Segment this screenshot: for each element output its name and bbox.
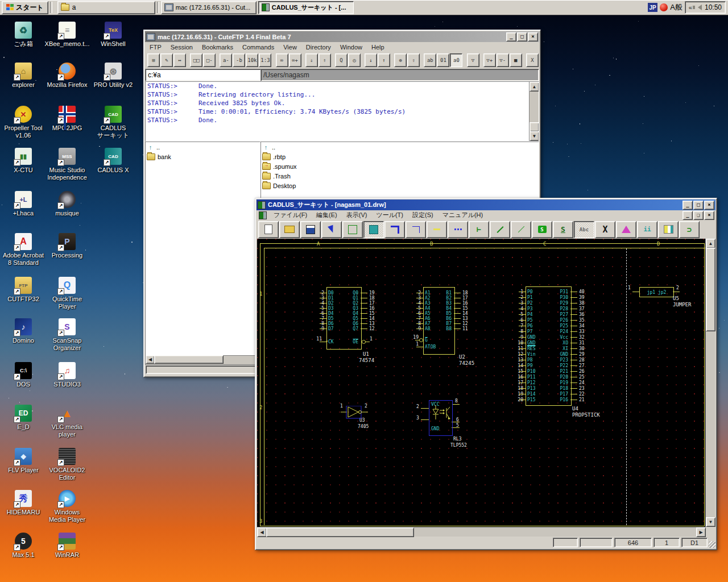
scroll-up-icon[interactable]: ▲ — [530, 82, 539, 92]
scroll-right-icon[interactable]: ▶ — [696, 527, 706, 537]
open-drawing-button[interactable] — [279, 221, 300, 238]
queue-up-button[interactable]: ↑ — [378, 53, 390, 67]
hscroll-thumb[interactable] — [266, 527, 414, 537]
menu-directory[interactable]: Directory — [301, 43, 336, 51]
canvas-hscrollbar[interactable]: ◀ ▶ — [257, 527, 706, 537]
minimize-button[interactable]: _ — [506, 32, 516, 41]
desktop-icon-acrobat[interactable]: A↗Adobe Acrobat8 Standard — [2, 233, 45, 267]
local-path-field[interactable]: c:¥a — [145, 69, 264, 81]
menu-window[interactable]: Window — [336, 43, 367, 51]
mdi-restore-button[interactable]: ❑ — [693, 211, 704, 220]
reconnect-button[interactable]: ↔ — [173, 53, 186, 67]
find-button[interactable]: ∞ — [276, 53, 288, 67]
filter-del-button[interactable]: ▽- — [497, 53, 509, 67]
local-pane-item[interactable]: ↑.. — [146, 142, 260, 152]
queue-down-button[interactable]: ↓ — [365, 53, 377, 67]
part-outline-button[interactable] — [342, 221, 363, 238]
local-pane-item[interactable]: bank — [146, 152, 260, 161]
rename-01-button[interactable]: 01 — [437, 53, 449, 67]
desktop-icon-vocaloid2[interactable]: ↗VOCALOID2Editor — [46, 448, 89, 481]
signal-text-button[interactable]: S — [553, 221, 573, 238]
status-log[interactable]: STATUS:>Done.STATUS:>Retrieving director… — [145, 81, 539, 142]
menu-help[interactable]: Help — [367, 43, 389, 51]
dir-up-button[interactable]: ⇧ — [407, 53, 420, 67]
find-next-button[interactable]: ∞+ — [289, 53, 301, 67]
desktop-icon-e-d[interactable]: ED↗E_D — [2, 405, 45, 431]
cadlus-titlebar[interactable]: CADLUS_サーキット - [nagasm_01.drw] _ □ × — [257, 199, 715, 210]
taskbar-window-button[interactable]: mac (172.16.65.31) - Cut... — [161, 1, 257, 14]
scroll-down-icon[interactable]: ▼ — [706, 517, 715, 527]
bus-entry-button[interactable]: ⊢ — [469, 221, 489, 238]
desktop-icon-winshell[interactable]: TeX↗WinShell — [92, 22, 135, 48]
local-file-pane[interactable]: ↑..bank — [145, 142, 260, 356]
probe-tool-button[interactable]: ii — [637, 221, 657, 238]
desktop-icon-recycle-bin[interactable]: ♻ごみ箱 — [2, 22, 45, 48]
make-dir-button[interactable]: ⊕ — [394, 53, 407, 67]
new-drawing-button[interactable] — [258, 221, 279, 238]
desktop-icon-quicktime[interactable]: Q↗QuickTimePlayer — [46, 277, 89, 310]
remote-pane-item[interactable]: .rbtp — [261, 152, 539, 161]
sort-asc-button[interactable]: a- — [220, 53, 232, 67]
desktop-icon-wmp[interactable]: ▶↗WindowsMedia Player — [46, 490, 89, 523]
remote-pane-item[interactable]: ↑.. — [261, 142, 539, 152]
desktop-icon-cadlus-circuit[interactable]: CAD↗CADLUSサーキット — [92, 106, 135, 139]
quick-launch[interactable]: a — [57, 1, 155, 14]
desktop-icon-music-studio[interactable]: MSS↗Music StudioIndependence — [46, 148, 89, 181]
ime-mode-indicator[interactable]: A般 — [670, 2, 682, 13]
desktop-icon-vlc[interactable]: ▲↗VLC mediaplayer — [46, 405, 89, 438]
remote-pane-item[interactable]: .Trash — [261, 171, 539, 181]
dash-segment-button[interactable] — [427, 221, 447, 238]
mdi-close-button[interactable]: × — [704, 211, 714, 220]
desktop-icon-max[interactable]: 5↗Max 5.1 — [2, 533, 45, 559]
line-thin-button[interactable] — [511, 221, 531, 238]
mdi-minimize-button[interactable]: _ — [682, 211, 693, 220]
signal-badge-button[interactable]: S — [532, 221, 552, 238]
line-draw-button[interactable] — [490, 221, 510, 238]
filter-add-button[interactable]: ▽+ — [483, 53, 496, 67]
desktop-icon-musique[interactable]: ↗musique — [46, 191, 89, 217]
desktop-icon-winrar[interactable]: ↗WinRAR — [46, 533, 89, 559]
cadlus-menu-0[interactable]: ファイル(F) — [269, 210, 312, 220]
gate-tool-button[interactable]: ⊃ — [679, 221, 700, 238]
scroll-down-icon[interactable]: ▼ — [530, 131, 539, 141]
cadlus-menu-5[interactable]: マニュアル(H) — [438, 210, 488, 220]
resize-grip[interactable] — [709, 541, 715, 548]
volume-icon[interactable] — [695, 5, 702, 10]
remote-path-field[interactable]: /Users/nagasm — [260, 69, 539, 81]
vscroll-thumb[interactable] — [706, 248, 715, 331]
cuteftp-titlebar[interactable]: mac (172.16.65.31) - CuteFTP 1.4 Final B… — [145, 31, 539, 42]
desktop-icon-cadlus-x[interactable]: CAD↗CADLUS X — [92, 148, 135, 174]
sort-size-button[interactable]: 10k — [246, 53, 258, 67]
desktop-icon-firefox[interactable]: ↗Mozilla Firefox — [46, 63, 89, 89]
filter-button[interactable]: ▽ — [467, 53, 479, 67]
desktop-icon-explorer[interactable]: ⌂↗explorer — [2, 63, 45, 89]
remote-pane-item[interactable]: Desktop — [261, 181, 539, 190]
layout-1pane-button[interactable]: □- — [203, 53, 216, 67]
menu-session[interactable]: Session — [166, 43, 197, 51]
close-button[interactable]: × — [704, 201, 714, 210]
schematic-canvas[interactable]: ABCD1232D0Q0193D1Q1184D2Q2175D3Q3166D4Q4… — [257, 239, 706, 527]
menu-commands[interactable]: Commands — [238, 43, 279, 51]
cadlus-menu-2[interactable]: 表示(V) — [342, 210, 372, 220]
delete-button[interactable]: X — [595, 221, 615, 238]
local-pane-hscrollbar[interactable]: ◀ — [145, 355, 260, 365]
desktop-icon-scansnap[interactable]: S↗ScanSnapOrganizer — [46, 318, 89, 352]
close-button[interactable]: × — [528, 32, 538, 41]
ime-ball-icon[interactable] — [660, 3, 668, 11]
desktop-icon-text-memo[interactable]: ≡↗XBee_memo.t... — [46, 22, 89, 48]
sheet-colors-button[interactable] — [658, 221, 679, 238]
remote-pane-item[interactable]: .spumux — [261, 161, 539, 171]
desktop-icon-flv-player[interactable]: ◆↗FLV Player — [2, 448, 45, 474]
component-u5[interactable]: jp1 jp2 — [639, 287, 674, 297]
desktop-icon-domino[interactable]: ♪↗Domino — [2, 318, 45, 344]
download-button[interactable]: ⇓ — [305, 53, 318, 67]
component-u3-inverter[interactable] — [341, 406, 369, 419]
menu-bookmarks[interactable]: Bookmarks — [197, 43, 238, 51]
cadlus-window[interactable]: CADLUS_サーキット - [nagasm_01.drw] _ □ × ファイ… — [255, 198, 717, 550]
dot-segment-button[interactable] — [448, 221, 468, 238]
minimize-button[interactable]: _ — [682, 201, 693, 210]
menu-view[interactable]: View — [279, 43, 301, 51]
log-scrollbar[interactable]: ▲ ▼ — [529, 82, 539, 141]
scroll-left-icon[interactable]: ◀ — [257, 527, 267, 537]
input-language-indicator[interactable]: JP — [648, 3, 657, 12]
